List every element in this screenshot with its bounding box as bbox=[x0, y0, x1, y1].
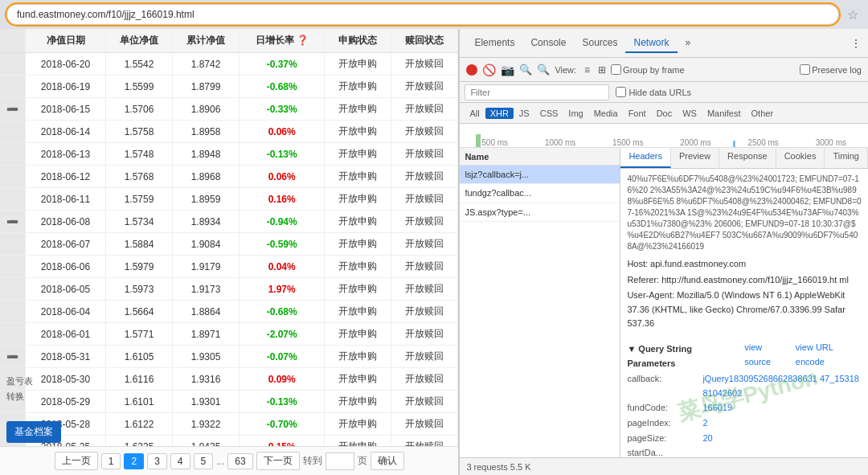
table-row: 2018-05-29 1.6101 1.9301 -0.13% 开放申购 开放赎… bbox=[0, 391, 458, 413]
cell-buy: 开放申购 bbox=[325, 98, 391, 121]
view-toggle-2[interactable]: ⊞ bbox=[598, 64, 606, 76]
type-filter-img[interactable]: Img bbox=[563, 108, 588, 119]
cell-unit: 1.5542 bbox=[106, 53, 173, 76]
type-filter-ws[interactable]: WS bbox=[678, 108, 702, 119]
detail-tab-preview[interactable]: Preview bbox=[671, 148, 719, 168]
cell-sell: 开放赎回 bbox=[391, 368, 458, 391]
timeline-label: 3000 ms bbox=[816, 138, 846, 147]
prev-page-button[interactable]: 上一页 bbox=[55, 452, 98, 470]
devtools-options-icon[interactable]: ⋮ bbox=[850, 37, 862, 50]
preserve-log-checkbox[interactable] bbox=[800, 64, 810, 75]
cell-buy: 开放申购 bbox=[325, 211, 391, 233]
page-3-button[interactable]: 3 bbox=[147, 453, 167, 469]
type-filter-css[interactable]: CSS bbox=[535, 108, 563, 119]
sidebar-zhuanhuan[interactable]: 转换 bbox=[6, 391, 33, 403]
row-toggle[interactable] bbox=[0, 143, 26, 166]
type-filter-xhr[interactable]: XHR bbox=[485, 108, 514, 119]
group-by-frame[interactable]: Group by frame bbox=[611, 64, 684, 75]
request-item[interactable]: JS.aspx?type=... bbox=[460, 203, 620, 222]
type-filter-all[interactable]: All bbox=[465, 108, 484, 119]
hide-data-urls[interactable]: Hide data URLs bbox=[616, 87, 691, 97]
cell-sell: 开放赎回 bbox=[391, 211, 458, 233]
row-toggle[interactable]: ➖ bbox=[0, 211, 26, 233]
referer-row: Referer: http://fund.eastmoney.com/f10/j… bbox=[627, 273, 862, 288]
type-filter-js[interactable]: JS bbox=[514, 108, 534, 119]
row-toggle[interactable] bbox=[0, 301, 26, 323]
filter-input[interactable] bbox=[465, 84, 609, 100]
cell-sell: 开放赎回 bbox=[391, 233, 458, 256]
cell-accum: 1.8959 bbox=[173, 188, 240, 211]
fund-archive-button[interactable]: 基金档案 bbox=[6, 421, 61, 443]
page-4-button[interactable]: 4 bbox=[170, 453, 190, 469]
left-sidebar-items: 盈亏表 转换 基金档案 bbox=[6, 375, 33, 403]
detail-tab-headers[interactable]: Headers bbox=[620, 148, 671, 168]
screenshot-button[interactable]: 📷 bbox=[501, 63, 514, 76]
confirm-button[interactable]: 确认 bbox=[371, 452, 404, 470]
type-filter-other[interactable]: Other bbox=[747, 108, 779, 119]
hex-data: 40%u7F6E%u6DF7%u5408@%23%24001723; EMFUN… bbox=[627, 174, 862, 252]
row-toggle[interactable] bbox=[0, 188, 26, 211]
cell-accum: 1.9173 bbox=[173, 278, 240, 301]
cell-sell: 开放赎回 bbox=[391, 53, 458, 76]
row-toggle[interactable] bbox=[0, 323, 26, 346]
page-1-button[interactable]: 1 bbox=[101, 453, 121, 469]
hide-urls-checkbox[interactable] bbox=[616, 87, 626, 97]
type-filter-doc[interactable]: Doc bbox=[652, 108, 678, 119]
type-filter-font[interactable]: Font bbox=[624, 108, 651, 119]
table-row: 2018-06-19 1.5599 1.8799 -0.68% 开放申购 开放赎… bbox=[0, 76, 458, 98]
detail-tab-cookies[interactable]: Cookies bbox=[776, 148, 825, 168]
page-2-button[interactable]: 2 bbox=[124, 453, 144, 469]
row-toggle[interactable]: ➖ bbox=[0, 346, 26, 368]
page-63-button[interactable]: 63 bbox=[227, 453, 252, 469]
row-toggle[interactable] bbox=[0, 76, 26, 98]
tab-console[interactable]: Console bbox=[522, 34, 574, 53]
goto-input[interactable] bbox=[326, 452, 354, 470]
fund-table: 净值日期 单位净值 累计净值 日增长率 ❓ 申购状态 赎回状态 2018-06-… bbox=[0, 29, 458, 446]
clear-button[interactable]: 🚫 bbox=[482, 63, 496, 76]
row-toggle[interactable]: ➖ bbox=[0, 98, 26, 121]
fund-table-wrapper: 净值日期 单位净值 累计净值 日增长率 ❓ 申购状态 赎回状态 2018-06-… bbox=[0, 29, 458, 446]
table-row: 2018-06-04 1.5664 1.8864 -0.68% 开放申购 开放赎… bbox=[0, 301, 458, 323]
row-toggle[interactable] bbox=[0, 256, 26, 278]
type-filter-media[interactable]: Media bbox=[589, 108, 623, 119]
detail-tab-timing[interactable]: Timing bbox=[825, 148, 868, 168]
view-links: view source view URL encode bbox=[744, 341, 862, 369]
filter-icon[interactable]: 🔍 bbox=[519, 63, 532, 76]
page-ellipsis: ... bbox=[216, 456, 224, 467]
table-row: 2018-06-12 1.5768 1.8968 0.06% 开放申购 开放赎回 bbox=[0, 166, 458, 188]
table-row: 2018-06-05 1.5973 1.9173 1.97% 开放申购 开放赎回 bbox=[0, 278, 458, 301]
next-page-button[interactable]: 下一页 bbox=[256, 452, 300, 470]
sidebar-yinkui[interactable]: 盈亏表 bbox=[6, 375, 33, 387]
preserve-log-control[interactable]: Preserve log bbox=[800, 64, 862, 75]
tab-elements[interactable]: Elements bbox=[466, 34, 522, 53]
page-5-button[interactable]: 5 bbox=[194, 453, 214, 469]
view-source-link[interactable]: view source bbox=[744, 341, 789, 369]
detail-tab-response[interactable]: Response bbox=[719, 148, 776, 168]
row-toggle[interactable] bbox=[0, 233, 26, 256]
row-toggle[interactable] bbox=[0, 121, 26, 143]
cell-sell: 开放赎回 bbox=[391, 346, 458, 368]
tab-more[interactable]: » bbox=[678, 34, 699, 53]
view-url-encode-link[interactable]: view URL encode bbox=[796, 341, 862, 369]
footer-stats: 3 requests 5.5 K bbox=[466, 462, 530, 472]
request-item[interactable]: lsjz?callback=j... bbox=[460, 166, 620, 184]
tab-sources[interactable]: Sources bbox=[574, 34, 625, 53]
request-item[interactable]: fundgz?callbac... bbox=[460, 184, 620, 203]
requests-name-header: Name bbox=[460, 148, 620, 166]
view-toggle-1[interactable]: ≡ bbox=[584, 64, 590, 76]
bookmark-icon[interactable]: ☆ bbox=[844, 7, 862, 23]
group-frame-checkbox[interactable] bbox=[611, 64, 621, 75]
network-footer: 3 requests 5.5 K bbox=[460, 457, 868, 475]
type-filter-manifest[interactable]: Manifest bbox=[702, 108, 746, 119]
record-button[interactable] bbox=[466, 64, 477, 76]
row-toggle[interactable] bbox=[0, 53, 26, 76]
tab-network[interactable]: Network bbox=[625, 34, 677, 53]
timeline-bar-2 bbox=[733, 141, 735, 147]
cell-sell: 开放赎回 bbox=[391, 256, 458, 278]
cell-buy: 开放申购 bbox=[325, 413, 391, 436]
row-toggle[interactable] bbox=[0, 166, 26, 188]
timeline-bar-1 bbox=[476, 134, 481, 147]
address-input[interactable] bbox=[6, 4, 839, 25]
row-toggle[interactable] bbox=[0, 278, 26, 301]
search-icon[interactable]: 🔍 bbox=[537, 63, 550, 76]
